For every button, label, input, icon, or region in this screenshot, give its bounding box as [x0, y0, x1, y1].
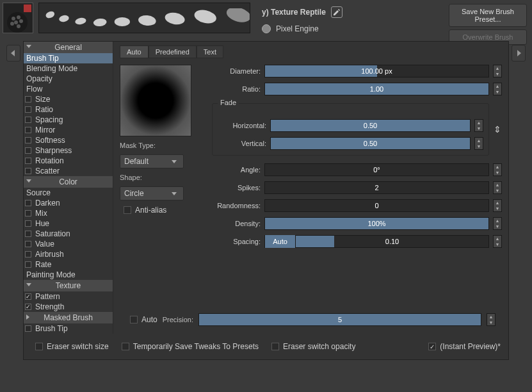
tree-item-value[interactable]: Value: [24, 239, 113, 249]
tree-item-opacity[interactable]: Opacity: [24, 74, 113, 84]
tree-item-masked-brush-tip[interactable]: Brush Tip: [24, 323, 113, 334]
angle-label: Angle:: [212, 166, 261, 174]
tree-item-spacing[interactable]: Spacing: [24, 115, 113, 125]
settings-tree[interactable]: General Brush Tip Blending Mode Opacity …: [24, 42, 113, 334]
tree-item-ratio[interactable]: Ratio: [24, 104, 113, 115]
spikes-slider[interactable]: 2: [264, 181, 489, 194]
chevron-down-icon: [172, 160, 177, 163]
eraser-switch-opacity-checkbox[interactable]: Eraser switch opacity: [268, 342, 355, 351]
tree-item-darken[interactable]: Darken: [24, 198, 113, 208]
chevron-down-icon: [172, 192, 177, 195]
fade-link-icon[interactable]: ⇕: [493, 124, 502, 135]
svg-point-4: [19, 19, 23, 23]
svg-point-15: [225, 8, 250, 24]
save-preset-button[interactable]: Save New Brush Preset...: [449, 4, 527, 27]
precision-auto-checkbox[interactable]: Auto: [126, 315, 157, 324]
angle-slider[interactable]: 0°: [264, 163, 489, 176]
instant-preview-checkbox[interactable]: ✓(Instant Preview)*: [424, 342, 501, 351]
diameter-slider[interactable]: 100.00 px: [264, 65, 489, 78]
tab-text[interactable]: Text: [197, 45, 223, 58]
brush-stroke-preview: [38, 3, 250, 33]
tree-group-general[interactable]: General: [24, 42, 113, 53]
svg-point-10: [93, 18, 107, 27]
ratio-slider[interactable]: 1.00: [264, 83, 489, 95]
tree-item-scatter[interactable]: Scatter: [24, 166, 113, 176]
temp-save-tweaks-checkbox[interactable]: Temporarily Save Tweaks To Presets: [118, 342, 259, 351]
svg-point-14: [193, 8, 217, 25]
density-spinner[interactable]: ▲▼: [493, 217, 502, 230]
tree-item-rotation[interactable]: Rotation: [24, 156, 113, 166]
tree-group-color[interactable]: Color: [24, 176, 113, 188]
diameter-label: Diameter:: [212, 67, 261, 75]
precision-spinner[interactable]: ▲▼: [487, 313, 496, 326]
svg-point-7: [45, 10, 56, 19]
svg-point-12: [138, 15, 156, 27]
ratio-label: Ratio:: [212, 85, 261, 93]
density-slider[interactable]: 100%: [264, 217, 489, 230]
randomness-label: Randomness:: [212, 202, 261, 209]
spikes-label: Spikes:: [212, 184, 261, 192]
tree-item-strength[interactable]: ✓Strength: [24, 302, 113, 312]
tree-item-pattern[interactable]: ✓Pattern: [24, 291, 113, 302]
fade-vert-slider[interactable]: 0.50: [270, 137, 471, 150]
fade-legend: Fade: [218, 99, 239, 106]
tree-item-blending-mode[interactable]: Blending Mode: [24, 63, 113, 74]
ratio-spinner[interactable]: ▲▼: [493, 83, 502, 95]
antialias-checkbox[interactable]: Anti-alias: [120, 206, 203, 215]
precision-label: Precision:: [163, 316, 193, 323]
brush-preset-icon[interactable]: [3, 3, 33, 33]
tab-auto[interactable]: Auto: [120, 45, 149, 58]
tree-item-hue[interactable]: Hue: [24, 218, 113, 229]
tree-item-mirror[interactable]: Mirror: [24, 125, 113, 135]
angle-spinner[interactable]: ▲▼: [493, 163, 502, 176]
next-preset-button[interactable]: [512, 45, 526, 61]
tab-predefined[interactable]: Predefined: [149, 45, 197, 58]
svg-point-8: [59, 15, 70, 23]
prev-preset-button[interactable]: [6, 45, 20, 61]
brush-title: y) Texture Reptile: [262, 8, 326, 17]
svg-point-2: [17, 15, 20, 19]
spikes-spinner[interactable]: ▲▼: [493, 181, 502, 194]
density-label: Density:: [212, 220, 261, 227]
tree-item-flow[interactable]: Flow: [24, 84, 113, 94]
mask-type-label: Mask Type:: [120, 142, 203, 149]
spacing-spinner[interactable]: ▲▼: [493, 235, 502, 248]
precision-slider[interactable]: 5: [198, 313, 481, 326]
svg-point-9: [75, 17, 86, 26]
tree-item-source[interactable]: Source: [24, 188, 113, 198]
tree-item-brush-tip[interactable]: Brush Tip: [24, 53, 113, 63]
fade-vert-label: Vertical:: [218, 140, 266, 147]
svg-point-6: [17, 24, 20, 28]
svg-point-13: [165, 12, 186, 26]
tree-item-painting-mode[interactable]: Painting Mode: [24, 270, 113, 280]
tree-item-sharpness[interactable]: Sharpness: [24, 145, 113, 156]
tip-preview: [120, 65, 191, 136]
mask-type-combo[interactable]: Default: [120, 154, 184, 168]
tree-item-saturation[interactable]: Saturation: [24, 229, 113, 239]
rename-icon[interactable]: [331, 6, 343, 18]
spacing-label: Spacing:: [212, 238, 261, 245]
tree-item-size[interactable]: Size: [24, 94, 113, 104]
tree-item-airbrush[interactable]: Airbrush: [24, 249, 113, 259]
shape-label: Shape:: [120, 174, 203, 181]
svg-point-5: [10, 22, 14, 26]
eraser-switch-size-checkbox[interactable]: Eraser switch size: [31, 342, 109, 351]
diameter-spinner[interactable]: ▲▼: [493, 65, 502, 78]
tree-item-mix[interactable]: Mix: [24, 208, 113, 218]
svg-point-11: [115, 17, 130, 26]
svg-point-3: [14, 20, 18, 24]
fade-horiz-spinner[interactable]: ▲▼: [474, 119, 483, 132]
tree-item-rate[interactable]: Rate: [24, 259, 113, 270]
shape-combo[interactable]: Circle: [120, 186, 184, 200]
fade-vert-spinner[interactable]: ▲▼: [474, 137, 483, 150]
tree-item-softness[interactable]: Softness: [24, 135, 113, 145]
fade-horiz-slider[interactable]: 0.50: [270, 119, 471, 132]
spacing-slider[interactable]: Auto 0.10: [264, 235, 489, 248]
engine-label: Pixel Engine: [276, 24, 319, 33]
randomness-spinner[interactable]: ▲▼: [493, 199, 502, 212]
randomness-slider[interactable]: 0: [264, 199, 489, 212]
svg-point-1: [12, 17, 15, 20]
tree-group-texture[interactable]: Texture: [24, 280, 113, 291]
engine-icon: [262, 24, 271, 33]
tree-group-masked-brush[interactable]: Masked Brush: [24, 312, 113, 323]
